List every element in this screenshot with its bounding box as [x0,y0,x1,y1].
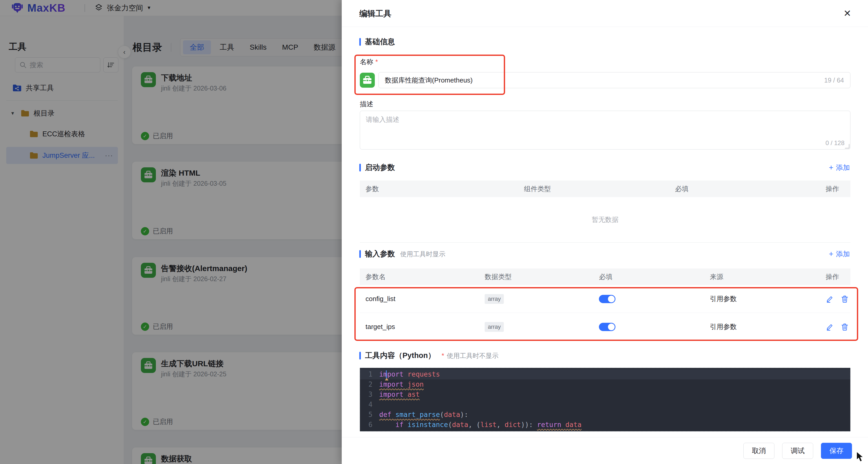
delete-button[interactable] [841,295,849,303]
code-token: data [452,420,468,430]
section-basic-info: 基础信息 [359,37,395,47]
code-token: ( [448,420,452,430]
code-token: import [379,379,408,389]
fold-icon[interactable]: ⌄ [380,410,383,420]
delete-icon [841,295,848,303]
debug-button[interactable]: 调试 [782,443,813,459]
delete-icon [841,323,848,331]
column-header: 操作 [820,272,850,281]
plus-icon: + [829,250,833,258]
param-name: target_ips [360,323,479,331]
cancel-button[interactable]: 取消 [743,443,774,459]
line-number: 4 [360,400,379,410]
row-actions [820,323,850,331]
startup-params-table: 参数组件类型必填操作 暂无数据 [360,180,850,242]
add-startup-param-button[interactable]: + 添加 [829,163,850,172]
param-row: config_listarray引用参数 [360,285,850,313]
param-row: target_ipsarray引用参数 [360,313,850,341]
section-tool-content: 工具内容（Python） * 使用工具时不显示 [359,350,498,361]
section-hint: 使用工具时显示 [400,250,445,258]
section-startup-params: 启动参数 [359,163,395,173]
resize-handle-icon[interactable] [845,144,849,148]
code-line: 5⌄def smart_parse(data): [360,410,850,420]
section-hint: 使用工具时不显示 [447,351,498,360]
code-token: import [379,389,408,400]
edit-icon [826,323,834,331]
code-line: 3import ast [360,389,850,400]
section-title: 输入参数 [365,249,395,259]
row-actions [820,295,850,303]
type-tag: array [485,294,504,304]
param-name: config_list [360,295,479,303]
table-body: config_listarray引用参数target_ipsarray引用参数 [360,285,850,341]
edit-button[interactable] [826,295,834,303]
close-icon[interactable]: ✕ [841,7,854,20]
toggle-knob [608,324,615,330]
code-token: : [464,410,468,420]
column-header: 参数 [360,184,518,194]
line-number: 1 [360,369,379,379]
param-required [593,323,704,331]
drawer-header: 编辑工具 ✕ [342,0,868,27]
add-input-param-button[interactable]: + 添加 [829,249,850,259]
name-input[interactable]: 数据库性能查询(Prometheus) 19 / 64 [378,72,850,88]
code-token: , ( [468,420,480,430]
edit-icon [826,295,834,303]
code-token [379,420,396,430]
edit-tool-drawer: 编辑工具 ✕ 基础信息 名称* 数据库性能查询(Prometheus) 19 /… [342,0,868,464]
save-button[interactable]: 保存 [821,443,852,459]
code-token: return [537,420,565,430]
toggle-knob [608,296,615,302]
column-header: 必填 [593,272,704,281]
section-bar [359,352,361,359]
param-source: 引用参数 [704,294,820,303]
column-header: 数据类型 [479,272,593,281]
tool-icon[interactable] [360,73,375,88]
code-token: if [396,420,408,430]
section-title: 启动参数 [365,163,395,173]
name-value: 数据库性能查询(Prometheus) [385,76,473,85]
section-title: 工具内容（Python） [365,350,435,361]
description-char-counter: 0 / 128 [826,139,844,147]
code-token: isinstance [408,420,448,430]
table-header: 参数名数据类型必填来源操作 [360,268,850,285]
column-header: 组件类型 [518,184,670,194]
table-header: 参数组件类型必填操作 [360,180,850,197]
code-line: 1import requests [360,369,850,379]
section-bar [359,164,361,172]
line-number: 6 [360,420,379,430]
param-type: array [479,294,593,304]
code-token: ( [440,410,444,420]
code-token: data [565,420,582,430]
required-toggle[interactable] [599,295,616,303]
line-number: 3 [360,389,379,400]
name-label: 名称* [360,57,378,66]
description-textarea[interactable]: 请输入描述 0 / 128 [360,111,850,149]
code-line: 4 [360,400,850,410]
plus-icon: + [829,164,833,172]
edit-button[interactable] [826,323,834,331]
python-code-editor[interactable]: 1import requests2import json3import ast4… [360,368,850,431]
code-token: import [379,369,408,379]
line-number: 2 [360,379,379,389]
required-asterisk: * [375,58,378,66]
param-required [593,295,704,303]
code-token: smart_parse [396,410,440,420]
text-cursor [386,370,387,378]
section-title: 基础信息 [365,37,395,47]
column-header: 参数名 [360,272,479,281]
name-char-counter: 19 / 64 [824,77,844,84]
code-line: 6 if isinstance(data, (list, dict)): ret… [360,420,850,430]
code-token: ast [408,389,420,400]
delete-button[interactable] [841,323,849,331]
description-label: 描述 [360,99,373,109]
code-token: json [408,379,424,389]
code-token: requests [408,369,440,379]
param-source: 引用参数 [704,322,820,331]
briefcase-icon [363,76,372,85]
code-token: data [444,410,460,420]
code-token: )): [521,420,537,430]
code-token: , [497,420,504,430]
required-toggle[interactable] [599,323,616,331]
mouse-cursor-icon [856,451,866,462]
